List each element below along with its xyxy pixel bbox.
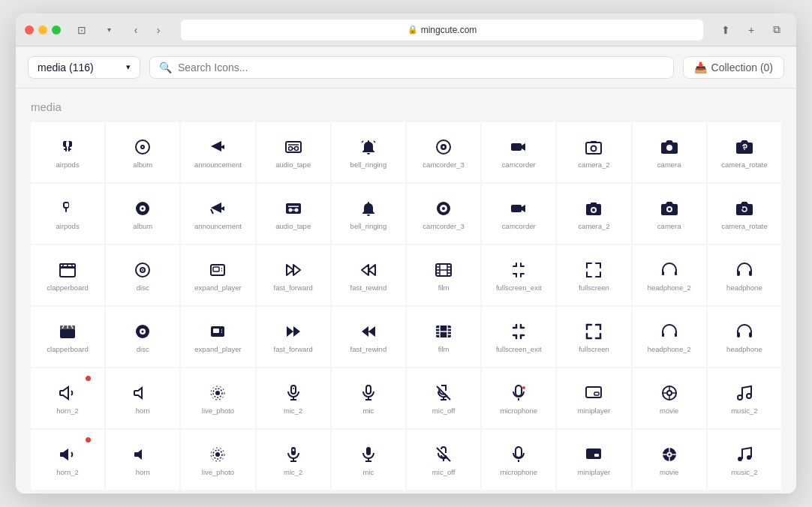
icon-announcement[interactable]: announcement <box>181 122 254 182</box>
icon-horn2-b-dot[interactable]: horn_2 <box>31 430 104 490</box>
titlebar-right: ⬆ + ⧉ <box>715 22 787 38</box>
category-select[interactable]: media (116) ▾ <box>28 56 140 79</box>
icon-music2[interactable]: music_2 <box>708 368 781 428</box>
svg-point-18 <box>288 208 292 212</box>
icon-label: announcement <box>194 222 242 230</box>
icon-fast-forward[interactable]: fast_forward <box>257 245 330 305</box>
chevron-down-icon[interactable]: ▾ <box>98 22 119 38</box>
icon-mic2-b[interactable]: mic_2 <box>257 430 330 490</box>
icon-fast-forward-b[interactable]: fast_forward <box>257 307 330 367</box>
icon-movie-b[interactable]: movie <box>633 430 706 490</box>
icon-camera-rotate[interactable]: camera_rotate <box>708 122 781 182</box>
icon-horn2-dot[interactable]: horn_2 <box>31 368 104 428</box>
icon-film[interactable]: film <box>407 245 480 305</box>
address-bar[interactable]: 🔒 mingcute.com <box>181 20 703 40</box>
svg-rect-53 <box>675 333 677 337</box>
search-icon: 🔍 <box>159 62 172 74</box>
icon-camcorder-b[interactable]: camcorder <box>482 184 555 244</box>
icon-fullscreen-b[interactable]: fullscreen <box>557 307 630 367</box>
forward-button[interactable]: › <box>148 22 169 38</box>
icon-camera-b[interactable]: camera <box>633 184 706 244</box>
svg-point-5 <box>294 147 298 151</box>
icon-camera2-b[interactable]: camera_2 <box>557 184 630 244</box>
maximize-button[interactable] <box>52 26 61 34</box>
share-button[interactable]: ⬆ <box>715 22 736 38</box>
icon-disc[interactable]: disc <box>106 245 179 305</box>
icon-film-b[interactable]: film <box>407 307 480 367</box>
icon-fast-rewind[interactable]: fast_rewind <box>332 245 405 305</box>
icon-label: horn_2 <box>56 468 79 476</box>
svg-point-28 <box>592 208 595 212</box>
svg-point-36 <box>142 269 143 271</box>
icon-label: horn_2 <box>56 406 79 415</box>
svg-point-81 <box>215 452 220 457</box>
icon-headphone[interactable]: headphone <box>708 245 781 305</box>
icon-live-photo-b[interactable]: live_photo <box>181 430 254 490</box>
icon-clapperboard[interactable]: clapperboard <box>31 245 104 305</box>
icon-fullscreen-exit[interactable]: fullscreen_exit <box>482 245 555 305</box>
icon-mic-b[interactable]: mic <box>332 430 405 490</box>
icon-label: mic_off <box>432 406 455 415</box>
back-button[interactable]: ‹ <box>125 22 146 38</box>
icon-fullscreen[interactable]: fullscreen <box>557 245 630 305</box>
icon-movie[interactable]: movie <box>633 368 706 428</box>
icon-announcement-b[interactable]: announcement <box>181 184 254 244</box>
collection-icon: 📥 <box>694 62 707 74</box>
icon-label: album <box>133 160 152 169</box>
icon-miniplayer-b[interactable]: miniplayer <box>557 430 630 490</box>
icon-camera2[interactable]: camera_2 <box>557 122 630 182</box>
minimize-button[interactable] <box>38 26 47 34</box>
icon-headphone2[interactable]: headphone_2 <box>633 245 706 305</box>
icon-label: fast_rewind <box>350 284 387 292</box>
icon-grid-row-1: airpods album announcement audio_tape be… <box>31 122 781 182</box>
icon-fullscreen-exit-b[interactable]: fullscreen_exit <box>482 307 555 367</box>
icon-bell-ringing[interactable]: bell_ringing <box>332 122 405 182</box>
icon-mic-off-b[interactable]: mic_off <box>407 430 480 490</box>
icon-airpods-b[interactable]: airpods <box>31 184 104 244</box>
icon-microphone-b[interactable]: microphone <box>482 430 555 490</box>
icon-camcorder3[interactable]: camcorder_3 <box>407 122 480 182</box>
icon-audio-tape-b[interactable]: audio_tape <box>257 184 330 244</box>
icon-label: miniplayer <box>578 406 610 415</box>
icon-microphone[interactable]: microphone <box>482 368 555 428</box>
icon-mic[interactable]: mic <box>332 368 405 428</box>
traffic-lights <box>25 26 61 34</box>
svg-point-2 <box>142 146 143 148</box>
icon-mic-off[interactable]: mic_off <box>407 368 480 428</box>
icon-camera-rotate-b[interactable]: camera_rotate <box>708 184 781 244</box>
icon-album-b[interactable]: album <box>106 184 179 244</box>
icon-miniplayer[interactable]: miniplayer <box>557 368 630 428</box>
icon-label: fast_forward <box>274 345 313 353</box>
tabs-button[interactable]: ⧉ <box>766 22 787 38</box>
icon-headphone2-b[interactable]: headphone_2 <box>633 307 706 367</box>
icon-music2-b[interactable]: music_2 <box>708 430 781 490</box>
icon-album[interactable]: album <box>106 122 179 182</box>
icon-label: camcorder_3 <box>423 222 464 230</box>
close-button[interactable] <box>25 26 34 34</box>
new-tab-button[interactable]: + <box>741 22 762 38</box>
icon-horn[interactable]: horn <box>106 368 179 428</box>
collection-button[interactable]: 📥 Collection (0) <box>683 56 784 79</box>
sidebar-toggle[interactable]: ⊡ <box>71 22 92 38</box>
search-input[interactable] <box>178 62 664 74</box>
icon-headphone-b[interactable]: headphone <box>708 307 781 367</box>
icon-fast-rewind-b[interactable]: fast_rewind <box>332 307 405 367</box>
icon-label: miniplayer <box>578 468 610 476</box>
icon-horn-b[interactable]: horn <box>106 430 179 490</box>
icon-disc-b[interactable]: disc <box>106 307 179 367</box>
icon-audio-tape[interactable]: audio_tape <box>257 122 330 182</box>
icon-camera[interactable]: camera <box>633 122 706 182</box>
titlebar: ⊡ ▾ ‹ › 🔒 mingcute.com ⬆ + ⧉ <box>16 14 796 46</box>
icon-label: fullscreen_exit <box>496 345 542 353</box>
icon-airpods[interactable]: airpods <box>31 122 104 182</box>
icon-camcorder[interactable]: camcorder <box>482 122 555 182</box>
icon-mic2[interactable]: mic_2 <box>257 368 330 428</box>
icon-expand-player[interactable]: expand_player <box>181 245 254 305</box>
svg-point-56 <box>215 391 220 395</box>
icon-clapperboard-b[interactable]: clapperboard <box>31 307 104 367</box>
svg-point-4 <box>288 147 292 151</box>
icon-bell-ringing-b[interactable]: bell_ringing <box>332 184 405 244</box>
icon-expand-player-b[interactable]: expand_player <box>181 307 254 367</box>
icon-camcorder3-b[interactable]: camcorder_3 <box>407 184 480 244</box>
icon-live-photo[interactable]: live_photo <box>181 368 254 428</box>
